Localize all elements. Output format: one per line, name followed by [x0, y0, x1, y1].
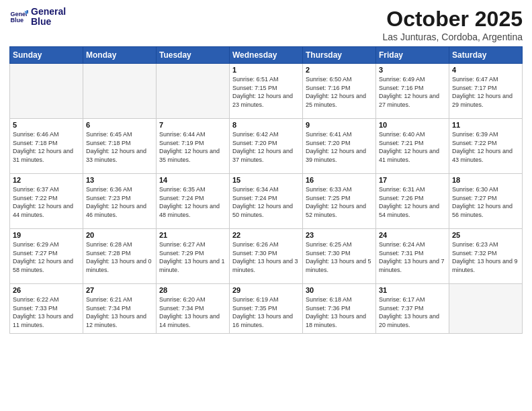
day-info: Sunrise: 6:29 AM Sunset: 7:27 PM Dayligh… [13, 240, 80, 274]
calendar-week-3: 12Sunrise: 6:37 AM Sunset: 7:22 PM Dayli… [10, 174, 523, 229]
day-info: Sunrise: 6:30 AM Sunset: 7:27 PM Dayligh… [452, 185, 519, 219]
calendar-cell: 6Sunrise: 6:45 AM Sunset: 7:18 PM Daylig… [83, 119, 157, 174]
calendar-cell: 1Sunrise: 6:51 AM Sunset: 7:15 PM Daylig… [230, 64, 303, 119]
day-info: Sunrise: 6:27 AM Sunset: 7:29 PM Dayligh… [159, 240, 226, 274]
day-header-sunday: Sunday [10, 47, 83, 64]
title-block: October 2025 Las Junturas, Cordoba, Arge… [382, 7, 523, 42]
calendar-cell: 7Sunrise: 6:44 AM Sunset: 7:19 PM Daylig… [157, 119, 230, 174]
day-number: 17 [379, 176, 446, 184]
day-number: 22 [232, 231, 300, 239]
day-info: Sunrise: 6:24 AM Sunset: 7:31 PM Dayligh… [379, 240, 446, 274]
day-number: 14 [159, 176, 226, 184]
svg-text:Blue: Blue [10, 17, 24, 24]
day-info: Sunrise: 6:26 AM Sunset: 7:30 PM Dayligh… [232, 240, 300, 274]
day-info: Sunrise: 6:22 AM Sunset: 7:33 PM Dayligh… [13, 295, 80, 329]
calendar-cell: 14Sunrise: 6:35 AM Sunset: 7:24 PM Dayli… [157, 174, 230, 229]
day-info: Sunrise: 6:18 AM Sunset: 7:36 PM Dayligh… [306, 295, 373, 329]
day-number: 21 [159, 231, 226, 239]
day-info: Sunrise: 6:25 AM Sunset: 7:30 PM Dayligh… [306, 240, 373, 274]
day-info: Sunrise: 6:28 AM Sunset: 7:28 PM Dayligh… [86, 240, 153, 274]
day-number: 23 [306, 231, 373, 239]
calendar-week-2: 5Sunrise: 6:46 AM Sunset: 7:18 PM Daylig… [10, 119, 523, 174]
calendar-cell: 25Sunrise: 6:23 AM Sunset: 7:32 PM Dayli… [449, 229, 523, 284]
day-header-saturday: Saturday [449, 47, 523, 64]
day-info: Sunrise: 6:46 AM Sunset: 7:18 PM Dayligh… [13, 130, 80, 164]
day-info: Sunrise: 6:20 AM Sunset: 7:34 PM Dayligh… [159, 295, 226, 329]
calendar-cell: 2Sunrise: 6:50 AM Sunset: 7:16 PM Daylig… [303, 64, 376, 119]
calendar-cell: 26Sunrise: 6:22 AM Sunset: 7:33 PM Dayli… [10, 284, 83, 334]
day-number: 2 [306, 66, 373, 74]
day-info: Sunrise: 6:36 AM Sunset: 7:23 PM Dayligh… [86, 185, 153, 219]
calendar-cell: 16Sunrise: 6:33 AM Sunset: 7:25 PM Dayli… [303, 174, 376, 229]
calendar-cell: 21Sunrise: 6:27 AM Sunset: 7:29 PM Dayli… [157, 229, 230, 284]
day-number: 6 [86, 121, 153, 129]
day-number: 16 [306, 176, 373, 184]
day-info: Sunrise: 6:44 AM Sunset: 7:19 PM Dayligh… [159, 130, 226, 164]
day-number: 30 [306, 286, 373, 294]
calendar-cell: 5Sunrise: 6:46 AM Sunset: 7:18 PM Daylig… [10, 119, 83, 174]
calendar-cell [83, 64, 157, 119]
day-number: 31 [379, 286, 446, 294]
day-info: Sunrise: 6:33 AM Sunset: 7:25 PM Dayligh… [306, 185, 373, 219]
day-info: Sunrise: 6:42 AM Sunset: 7:20 PM Dayligh… [232, 130, 300, 164]
calendar-cell: 22Sunrise: 6:26 AM Sunset: 7:30 PM Dayli… [230, 229, 303, 284]
day-number: 13 [86, 176, 153, 184]
calendar-cell: 13Sunrise: 6:36 AM Sunset: 7:23 PM Dayli… [83, 174, 157, 229]
day-info: Sunrise: 6:23 AM Sunset: 7:32 PM Dayligh… [452, 240, 519, 274]
calendar-header-row: SundayMondayTuesdayWednesdayThursdayFrid… [10, 47, 523, 64]
day-info: Sunrise: 6:21 AM Sunset: 7:34 PM Dayligh… [86, 295, 153, 329]
day-number: 20 [86, 231, 153, 239]
day-info: Sunrise: 6:31 AM Sunset: 7:26 PM Dayligh… [379, 185, 446, 219]
calendar-title: October 2025 [382, 7, 523, 32]
day-info: Sunrise: 6:17 AM Sunset: 7:37 PM Dayligh… [379, 295, 446, 329]
calendar-cell: 23Sunrise: 6:25 AM Sunset: 7:30 PM Dayli… [303, 229, 376, 284]
calendar-cell: 3Sunrise: 6:49 AM Sunset: 7:16 PM Daylig… [376, 64, 449, 119]
day-number: 5 [13, 121, 80, 129]
day-header-monday: Monday [83, 47, 157, 64]
calendar-cell: 17Sunrise: 6:31 AM Sunset: 7:26 PM Dayli… [376, 174, 449, 229]
calendar-cell: 8Sunrise: 6:42 AM Sunset: 7:20 PM Daylig… [230, 119, 303, 174]
day-header-friday: Friday [376, 47, 449, 64]
day-number: 1 [232, 66, 300, 74]
logo-line1: General [31, 7, 66, 17]
day-number: 11 [452, 121, 519, 129]
calendar-week-4: 19Sunrise: 6:29 AM Sunset: 7:27 PM Dayli… [10, 229, 523, 284]
calendar-cell: 4Sunrise: 6:47 AM Sunset: 7:17 PM Daylig… [449, 64, 523, 119]
day-info: Sunrise: 6:37 AM Sunset: 7:22 PM Dayligh… [13, 185, 80, 219]
day-number: 8 [232, 121, 300, 129]
day-info: Sunrise: 6:47 AM Sunset: 7:17 PM Dayligh… [452, 75, 519, 109]
calendar-cell: 30Sunrise: 6:18 AM Sunset: 7:36 PM Dayli… [303, 284, 376, 334]
day-header-thursday: Thursday [303, 47, 376, 64]
calendar-cell: 20Sunrise: 6:28 AM Sunset: 7:28 PM Dayli… [83, 229, 157, 284]
day-number: 18 [452, 176, 519, 184]
calendar-subtitle: Las Junturas, Cordoba, Argentina [382, 32, 523, 42]
calendar-cell: 18Sunrise: 6:30 AM Sunset: 7:27 PM Dayli… [449, 174, 523, 229]
day-info: Sunrise: 6:50 AM Sunset: 7:16 PM Dayligh… [306, 75, 373, 109]
calendar-cell: 29Sunrise: 6:19 AM Sunset: 7:35 PM Dayli… [230, 284, 303, 334]
day-number: 24 [379, 231, 446, 239]
day-header-tuesday: Tuesday [157, 47, 230, 64]
calendar-cell: 10Sunrise: 6:40 AM Sunset: 7:21 PM Dayli… [376, 119, 449, 174]
header: General Blue General Blue October 2025 L… [9, 7, 523, 42]
day-number: 15 [232, 176, 300, 184]
day-info: Sunrise: 6:35 AM Sunset: 7:24 PM Dayligh… [159, 185, 226, 219]
logo-line2: Blue [31, 17, 66, 27]
day-info: Sunrise: 6:41 AM Sunset: 7:20 PM Dayligh… [306, 130, 373, 164]
logo: General Blue General Blue [9, 7, 66, 28]
day-number: 9 [306, 121, 373, 129]
day-info: Sunrise: 6:51 AM Sunset: 7:15 PM Dayligh… [232, 75, 300, 109]
calendar-cell: 15Sunrise: 6:34 AM Sunset: 7:24 PM Dayli… [230, 174, 303, 229]
calendar-cell: 12Sunrise: 6:37 AM Sunset: 7:22 PM Dayli… [10, 174, 83, 229]
day-number: 27 [86, 286, 153, 294]
day-number: 26 [13, 286, 80, 294]
day-number: 28 [159, 286, 226, 294]
calendar-week-5: 26Sunrise: 6:22 AM Sunset: 7:33 PM Dayli… [10, 284, 523, 334]
calendar-cell [10, 64, 83, 119]
calendar-table: SundayMondayTuesdayWednesdayThursdayFrid… [9, 46, 523, 334]
day-number: 25 [452, 231, 519, 239]
day-number: 10 [379, 121, 446, 129]
day-info: Sunrise: 6:49 AM Sunset: 7:16 PM Dayligh… [379, 75, 446, 109]
day-info: Sunrise: 6:39 AM Sunset: 7:22 PM Dayligh… [452, 130, 519, 164]
day-info: Sunrise: 6:34 AM Sunset: 7:24 PM Dayligh… [232, 185, 300, 219]
day-number: 7 [159, 121, 226, 129]
